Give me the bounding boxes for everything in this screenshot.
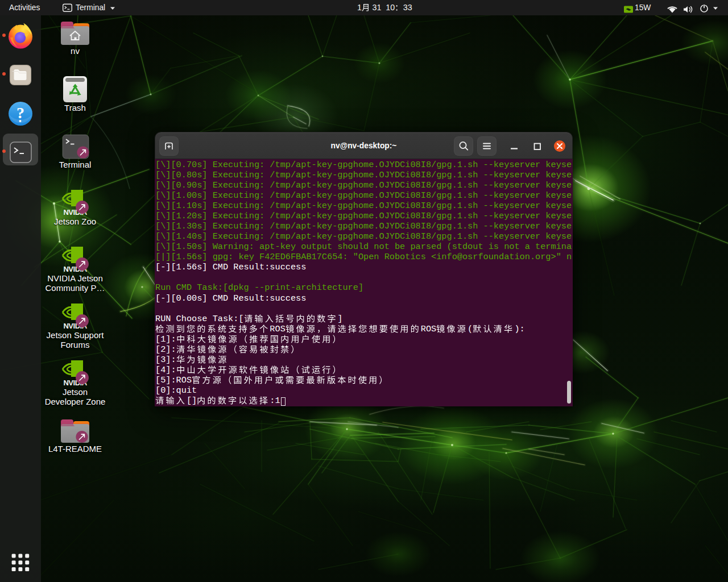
- svg-text:?: ?: [16, 104, 24, 122]
